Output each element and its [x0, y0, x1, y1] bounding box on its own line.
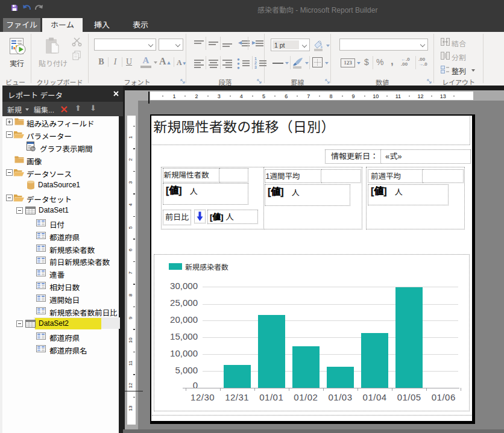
svg-text:@: @ — [31, 146, 35, 151]
